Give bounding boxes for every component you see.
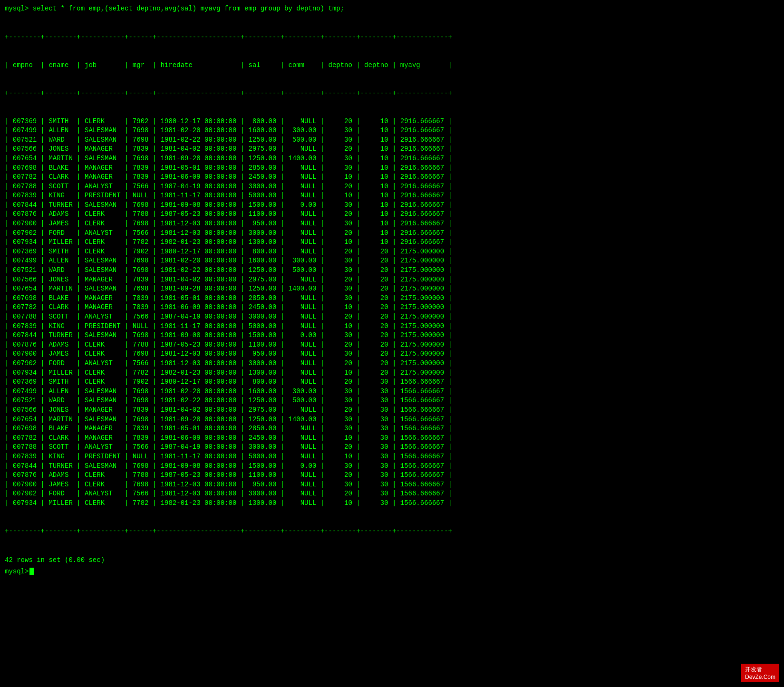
table-row: | 007369 | SMITH | CLERK | 7902 | 1980-1… xyxy=(5,117,779,126)
separator-bottom: +--------+--------+-----------+------+--… xyxy=(5,527,779,536)
cursor xyxy=(29,568,34,575)
prompt-line: mysql> xyxy=(5,568,779,575)
table-row: | 007499 | ALLEN | SALESMAN | 7698 | 198… xyxy=(5,126,779,135)
table-row: | 007844 | TURNER | SALESMAN | 7698 | 19… xyxy=(5,331,779,340)
table-header: | empno | ename | job | mgr | hiredate |… xyxy=(5,61,779,70)
terminal: mysql> select * from emp,(select deptno,… xyxy=(5,5,779,575)
table-row: | 007698 | BLAKE | MANAGER | 7839 | 1981… xyxy=(5,424,779,434)
table-row: | 007782 | CLARK | MANAGER | 7839 | 1981… xyxy=(5,303,779,312)
table-row: | 007839 | KING | PRESIDENT | NULL | 198… xyxy=(5,322,779,331)
separator-top: +--------+--------+-----------+------+--… xyxy=(5,33,779,42)
table-row: | 007900 | JAMES | CLERK | 7698 | 1981-1… xyxy=(5,219,779,229)
table-row: | 007788 | SCOTT | ANALYST | 7566 | 1987… xyxy=(5,312,779,322)
table-row: | 007566 | JONES | MANAGER | 7839 | 1981… xyxy=(5,145,779,154)
table-row: | 007876 | ADAMS | CLERK | 7788 | 1987-0… xyxy=(5,210,779,219)
table-row: | 007839 | KING | PRESIDENT | NULL | 198… xyxy=(5,452,779,462)
table-row: | 007900 | JAMES | CLERK | 7698 | 1981-1… xyxy=(5,349,779,359)
table-rows: | 007369 | SMITH | CLERK | 7902 | 1980-1… xyxy=(5,117,779,508)
table-row: | 007698 | BLAKE | MANAGER | 7839 | 1981… xyxy=(5,294,779,303)
table-row: | 007844 | TURNER | SALESMAN | 7698 | 19… xyxy=(5,462,779,471)
table-row: | 007876 | ADAMS | CLERK | 7788 | 1987-0… xyxy=(5,471,779,480)
table-row: | 007788 | SCOTT | ANALYST | 7566 | 1987… xyxy=(5,443,779,452)
table-row: | 007782 | CLARK | MANAGER | 7839 | 1981… xyxy=(5,173,779,182)
table-row: | 007698 | BLAKE | MANAGER | 7839 | 1981… xyxy=(5,164,779,173)
table-row: | 007566 | JONES | MANAGER | 7839 | 1981… xyxy=(5,275,779,285)
table-row: | 007521 | WARD | SALESMAN | 7698 | 1981… xyxy=(5,135,779,145)
command-line: mysql> select * from emp,(select deptno,… xyxy=(5,5,779,12)
table-row: | 007900 | JAMES | CLERK | 7698 | 1981-1… xyxy=(5,480,779,490)
table-row: | 007566 | JONES | MANAGER | 7839 | 1981… xyxy=(5,406,779,415)
table-row: | 007654 | MARTIN | SALESMAN | 7698 | 19… xyxy=(5,284,779,294)
table-row: | 007654 | MARTIN | SALESMAN | 7698 | 19… xyxy=(5,154,779,164)
table-row: | 007934 | MILLER | CLERK | 7782 | 1982-… xyxy=(5,238,779,247)
table-row: | 007521 | WARD | SALESMAN | 7698 | 1981… xyxy=(5,396,779,406)
table-row: | 007839 | KING | PRESIDENT | NULL | 198… xyxy=(5,191,779,201)
table-row: | 007654 | MARTIN | SALESMAN | 7698 | 19… xyxy=(5,415,779,425)
table-row: | 007844 | TURNER | SALESMAN | 7698 | 19… xyxy=(5,201,779,210)
separator-mid: +--------+--------+-----------+------+--… xyxy=(5,89,779,98)
table-row: | 007902 | FORD | ANALYST | 7566 | 1981-… xyxy=(5,229,779,238)
table-row: | 007499 | ALLEN | SALESMAN | 7698 | 198… xyxy=(5,256,779,266)
prompt-text: mysql> xyxy=(5,568,29,575)
table-row: | 007902 | FORD | ANALYST | 7566 | 1981-… xyxy=(5,359,779,368)
table-row: | 007369 | SMITH | CLERK | 7902 | 1980-1… xyxy=(5,247,779,257)
table-row: | 007369 | SMITH | CLERK | 7902 | 1980-1… xyxy=(5,377,779,387)
table-row: | 007499 | ALLEN | SALESMAN | 7698 | 198… xyxy=(5,387,779,397)
table-row: | 007782 | CLARK | MANAGER | 7839 | 1981… xyxy=(5,434,779,443)
footer-line: 42 rows in set (0.00 sec) xyxy=(5,556,779,564)
table-row: | 007876 | ADAMS | CLERK | 7788 | 1987-0… xyxy=(5,340,779,350)
table-row: | 007934 | MILLER | CLERK | 7782 | 1982-… xyxy=(5,499,779,508)
table-row: | 007788 | SCOTT | ANALYST | 7566 | 1987… xyxy=(5,182,779,192)
table-row: | 007902 | FORD | ANALYST | 7566 | 1981-… xyxy=(5,489,779,499)
watermark: 开发者DevZe.Com xyxy=(741,664,779,682)
table-row: | 007521 | WARD | SALESMAN | 7698 | 1981… xyxy=(5,266,779,275)
table-container: +--------+--------+-----------+------+--… xyxy=(5,14,779,554)
table-row: | 007934 | MILLER | CLERK | 7782 | 1982-… xyxy=(5,368,779,378)
